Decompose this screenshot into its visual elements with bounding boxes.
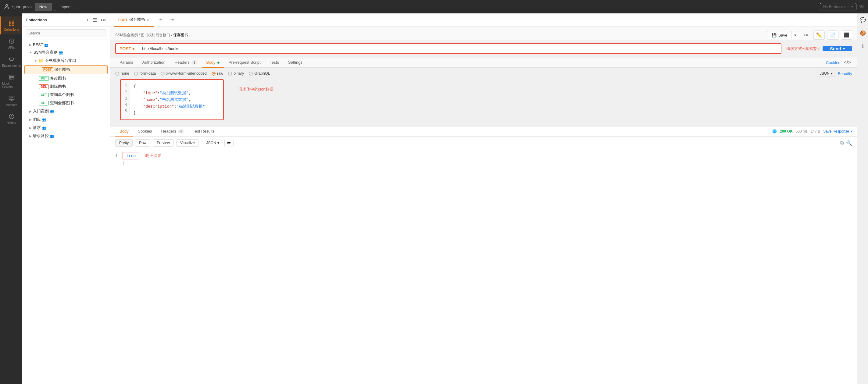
environment-selector[interactable]: No Environment ▾ [820,3,857,10]
resp-copy-icon[interactable]: ⧉ [840,140,844,146]
tree-item-request[interactable]: ▶ 请求 👥 [22,124,110,132]
sidebar-item-mock-servers[interactable]: Mock Servers [0,70,22,92]
tab-close-icon[interactable]: × [147,18,149,22]
code-editor[interactable]: 1 2 3 4 5 { "type":"类别测试数据", "name":"书名测… [120,79,224,120]
sidebar-nav: Collections APIs Environments Mock Serve… [0,13,22,384]
code-content: { "type":"类别测试数据", "name":"书名测试数据", "des… [130,80,223,120]
resp-visualize-btn[interactable]: Visualize [176,139,199,147]
resp-value: true [126,153,136,158]
header-more-icon[interactable]: ••• [802,31,811,39]
method-badge-put: PUT [39,76,49,81]
radio-url-encoded[interactable]: x-www-form-urlencoded [161,71,207,75]
url-bar-container: POST ▾ 请求方式+请求路径 Send ▾ [111,40,857,58]
sidebar-item-history[interactable]: History [0,110,22,128]
tree-item-save-book[interactable]: POST 保存图书 [24,65,107,74]
add-tab-icon[interactable]: + [156,17,165,23]
sidebar-item-monitors[interactable]: Monitors [0,92,22,110]
new-button[interactable]: New [35,3,52,11]
json-format-select[interactable]: JSON ▾ [817,70,835,77]
resp-search-icon[interactable]: 🔍 [846,140,852,146]
method-select[interactable]: POST ▾ [116,44,138,53]
request-header-right: 💾 Save ▾ ••• ✏️ 📄 ⬛ [767,30,852,40]
resp-raw-btn[interactable]: Raw [135,139,150,147]
right-info-icon[interactable]: ℹ [861,42,865,50]
resp-annotation: 响应结果 [146,153,161,158]
tab-bar: POST 保存图书 × + ••• [111,13,857,27]
svg-point-0 [6,5,8,7]
tree-area: ▶ REST 👥 ▼ SSM整合案例 👥 ▼ 📁 图书模块后台接口 [22,40,110,384]
tree-item-delete-book[interactable]: DEL 删除图书 [22,83,110,91]
tree-item-edit-book[interactable]: PUT 修改图书 [22,74,110,83]
tab-settings[interactable]: Settings [284,58,307,68]
tree-item-get-all-books[interactable]: GET 查询全部图书 [22,99,110,107]
radio-dot-form-data [134,72,138,75]
resp-tab-test-results[interactable]: Test Results [189,126,219,136]
save-dropdown-button[interactable]: ▾ [792,31,799,39]
method-badge-del: DEL [39,85,49,89]
radio-binary[interactable]: binary [228,71,244,75]
collections-title: Collections [26,18,83,22]
radio-raw[interactable]: raw [212,71,223,75]
save-response-button[interactable]: Save Response ▾ [823,129,852,133]
save-main-button[interactable]: 💾 Save [767,31,792,39]
resp-wrap-icon[interactable]: ⇄ [224,139,234,147]
tab-tests[interactable]: Tests [266,58,283,68]
tab-body[interactable]: Body [202,58,224,68]
collections-search-bar [22,27,110,40]
radio-graphql[interactable]: GraphQL [249,71,270,75]
code-view-icon[interactable]: </> [843,59,852,66]
tree-item-books-folder[interactable]: ▼ 📁 图书模块后台接口 [22,57,110,65]
right-chat-icon[interactable]: 💬 [859,16,867,24]
beautify-link[interactable]: Beautify [838,71,852,76]
tab-title: 保存图书 [129,17,145,22]
sidebar-item-apis[interactable]: APIs [0,34,22,53]
resp-value-box: true [123,152,139,159]
response-tabs-bar: Body Cookies Headers 4 Test Results [111,126,857,136]
radio-none[interactable]: none [115,71,129,75]
tab-authorization[interactable]: Authorization [138,58,170,68]
svg-point-9 [10,75,10,76]
line-numbers: 1 2 3 4 5 [121,80,130,120]
right-cookie-icon[interactable]: 🍪 [859,29,867,37]
import-button[interactable]: Import [55,3,75,11]
url-annotation: 请求方式+请求路径 [786,46,820,52]
resp-tab-cookies[interactable]: Cookies [133,126,156,136]
resp-tab-headers[interactable]: Headers 4 [157,126,188,136]
resp-tab-body[interactable]: Body [115,126,133,136]
tree-item-get-book[interactable]: GET 查询单个图书 [22,91,110,99]
sidebar-item-collections[interactable]: Collections [0,17,22,34]
resp-pretty-btn[interactable]: Pretty [115,139,133,147]
sidebar-item-environments[interactable]: Environments [0,53,22,70]
tab-more-icon[interactable]: ••• [168,18,177,22]
svg-point-10 [10,78,10,78]
svg-rect-3 [9,24,11,26]
tree-item-rest[interactable]: ▶ REST 👥 [22,41,110,49]
tree-item-response[interactable]: ▶ 响应 👥 [22,116,110,124]
tab-pre-request[interactable]: Pre-request Script [224,58,265,68]
content-scroll: SSM整合案例 / 图书模块后台接口 / 保存图书 💾 Save ▾ [111,27,857,384]
resp-json-select[interactable]: JSON ▾ [204,139,222,146]
search-input[interactable] [26,29,106,37]
resp-preview-btn[interactable]: Preview [153,139,174,147]
request-header: SSM整合案例 / 图书模块后台接口 / 保存图书 💾 Save ▾ [111,27,857,40]
filter-icon[interactable]: ☰ [92,17,98,24]
tree-item-request-path[interactable]: ▶ 请求路径 👥 [22,132,110,140]
url-bar: POST ▾ [115,43,781,54]
add-collection-icon[interactable]: + [86,17,90,24]
tree-item-ssm[interactable]: ▼ SSM整合案例 👥 [22,49,110,57]
url-input[interactable] [138,44,781,53]
tree-item-intro[interactable]: ▶ 入门案例 👥 [22,107,110,116]
active-tab[interactable]: POST 保存图书 × [114,13,154,27]
radio-form-data[interactable]: form-data [134,71,156,75]
edit-icon-button[interactable]: ✏️ [813,30,825,40]
eye-icon[interactable]: 👁 [859,4,864,10]
tab-params[interactable]: Params [115,58,137,68]
tab-headers[interactable]: Headers 9 [170,58,202,68]
svg-rect-4 [12,24,14,26]
sidebar-toggle-icon-button[interactable]: ⬛ [841,30,852,40]
more-options-icon[interactable]: ••• [100,17,106,24]
docs-icon-button[interactable]: 📄 [827,30,838,40]
cookies-link[interactable]: Cookies [826,60,840,65]
radio-dot-graphql [249,72,253,75]
send-button[interactable]: Send ▾ [823,46,852,51]
